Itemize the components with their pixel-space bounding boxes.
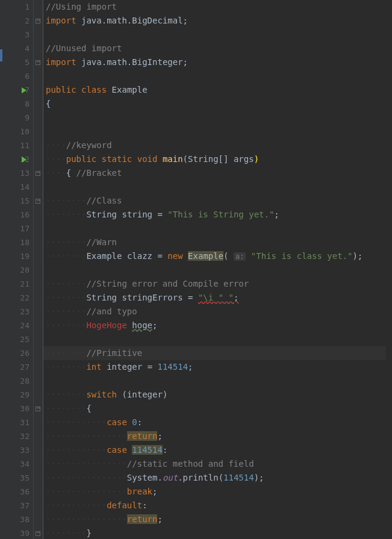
code-line[interactable]: ····{ //Bracket <box>43 166 392 180</box>
line-number: 28 <box>14 374 30 388</box>
fold-icon[interactable] <box>36 199 40 204</box>
code-line[interactable]: import java.math.BigDecimal; <box>43 14 392 28</box>
line-number: 6 <box>14 69 30 83</box>
code-line[interactable]: ········{ <box>43 402 392 416</box>
fold-icon[interactable] <box>36 407 40 411</box>
line-number: 32 <box>14 429 30 443</box>
code-line[interactable]: //Unused import <box>43 42 392 55</box>
line-number: 13 <box>14 166 30 180</box>
code-line-current[interactable]: ········//Primitive <box>43 346 392 360</box>
code-line[interactable]: ················//static method and fiel… <box>43 457 392 471</box>
code-line[interactable]: ····//keyword <box>43 139 392 152</box>
code-line[interactable]: import java.math.BigInteger; <box>43 55 392 69</box>
code-line[interactable]: ················return; <box>43 429 392 443</box>
code-line[interactable]: ········Example clazz = new Example( a: … <box>43 249 392 263</box>
line-number: 17 <box>14 222 30 235</box>
gutter[interactable]: 1 2 3 4 5 6 7 8 9 10 11 12 13 14 15 16 1… <box>0 0 34 539</box>
line-number: 24 <box>14 319 30 332</box>
code-line[interactable]: ········HogeHoge hoge; <box>43 319 392 332</box>
line-number: 37 <box>14 499 30 513</box>
code-line[interactable]: ············default: <box>43 499 392 513</box>
code-line[interactable]: ········//Warn <box>43 235 392 249</box>
code-line[interactable]: public class Example <box>43 83 392 97</box>
fold-icon[interactable] <box>36 60 40 65</box>
line-number: 18 <box>14 235 30 249</box>
code-line[interactable]: ········//and typo <box>43 305 392 319</box>
code-line[interactable] <box>43 69 392 83</box>
line-number: 16 <box>14 208 30 222</box>
code-line[interactable] <box>43 332 392 346</box>
line-number: 15 <box>14 194 30 208</box>
code-line[interactable]: ········String string = "This is String … <box>43 208 392 222</box>
code-line[interactable]: ········//Class <box>43 194 392 208</box>
line-number: 33 <box>14 443 30 457</box>
line-number: 5 <box>14 55 30 69</box>
code-line[interactable] <box>43 222 392 235</box>
code-line[interactable] <box>43 374 392 388</box>
line-number: 26 <box>14 346 30 360</box>
code-line[interactable]: ········String stringErrors = "\i " "; <box>43 291 392 305</box>
line-number: 3 <box>14 28 30 42</box>
code-line[interactable]: ········switch (integer) <box>43 388 392 402</box>
code-area[interactable]: //Using import import java.math.BigDecim… <box>43 0 392 539</box>
fold-icon[interactable] <box>36 531 40 536</box>
code-line[interactable]: ················return; <box>43 513 392 526</box>
run-icon[interactable] <box>22 87 26 93</box>
line-number: 39 <box>14 526 30 539</box>
code-line[interactable] <box>43 111 392 125</box>
line-number: 31 <box>14 416 30 429</box>
line-number: 36 <box>14 485 30 499</box>
line-number: 4 <box>14 42 30 55</box>
line-number: 29 <box>14 388 30 402</box>
code-line[interactable] <box>43 125 392 139</box>
code-line[interactable]: ················break; <box>43 485 392 499</box>
code-line[interactable] <box>43 28 392 42</box>
code-line[interactable]: //Using import <box>43 0 392 14</box>
code-line[interactable]: ····public static void main(String[] arg… <box>43 152 392 166</box>
line-number: 10 <box>14 125 30 139</box>
code-line[interactable]: { <box>43 97 392 111</box>
code-line[interactable]: ············case 114514: <box>43 443 392 457</box>
line-number: 8 <box>14 97 30 111</box>
line-number: 1 <box>14 0 30 14</box>
code-line[interactable]: ············case 0: <box>43 416 392 429</box>
run-icon[interactable] <box>22 157 26 163</box>
fold-icon[interactable] <box>36 19 40 23</box>
line-number: 35 <box>14 471 30 485</box>
line-number: 14 <box>14 180 30 194</box>
line-number: 30 <box>14 402 30 416</box>
code-editor[interactable]: 1 2 3 4 5 6 7 8 9 10 11 12 13 14 15 16 1… <box>0 0 392 539</box>
code-line[interactable]: ········//String error and Compile error <box>43 277 392 291</box>
line-number: 22 <box>14 291 30 305</box>
line-number: 11 <box>14 139 30 152</box>
code-line[interactable]: ········} <box>43 526 392 539</box>
line-number: 2 <box>14 14 30 28</box>
line-number: 38 <box>14 513 30 526</box>
code-line[interactable] <box>43 263 392 277</box>
line-number: 25 <box>14 332 30 346</box>
line-number: 34 <box>14 457 30 471</box>
parameter-hint: a: <box>234 252 246 261</box>
line-number: 21 <box>14 277 30 291</box>
code-line[interactable]: ················System.out.println(11451… <box>43 471 392 485</box>
line-number: 27 <box>14 360 30 374</box>
code-line[interactable]: ········int integer = 114514; <box>43 360 392 374</box>
fold-icon[interactable] <box>36 171 40 176</box>
line-number: 19 <box>14 249 30 263</box>
line-number: 20 <box>14 263 30 277</box>
scroll-marker-strip[interactable] <box>386 0 392 539</box>
line-number: 23 <box>14 305 30 319</box>
line-number: 9 <box>14 111 30 125</box>
fold-column[interactable] <box>34 0 43 539</box>
code-line[interactable] <box>43 180 392 194</box>
